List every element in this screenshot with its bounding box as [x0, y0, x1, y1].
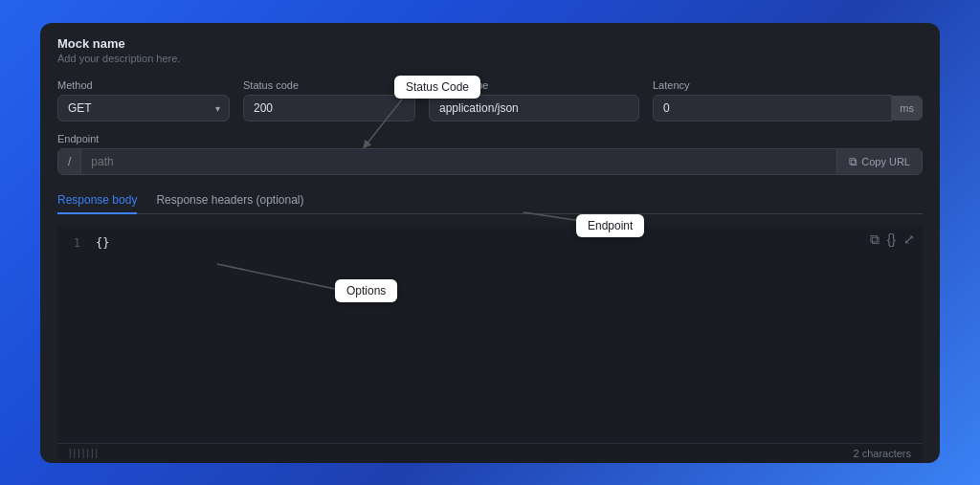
fields-row-1: Method GET POST PUT DELETE PATCH Status …	[57, 79, 923, 121]
window-description: Add your description here.	[57, 53, 923, 64]
endpoint-input[interactable]	[81, 149, 836, 174]
tabs-row: Response body Response headers (optional…	[57, 187, 923, 214]
content-type-input[interactable]	[429, 95, 639, 121]
method-select-wrapper: GET POST PUT DELETE PATCH	[57, 95, 230, 121]
method-field-group: Method GET POST PUT DELETE PATCH	[57, 79, 230, 121]
endpoint-prefix: /	[58, 149, 81, 174]
status-code-label: Status code	[243, 79, 415, 91]
latency-label: Latency	[653, 79, 923, 91]
character-count: 2 characters	[853, 448, 911, 459]
endpoint-callout: Endpoint	[576, 214, 644, 237]
line-numbers: 1	[57, 233, 88, 435]
resize-handle[interactable]: |||||||	[69, 448, 100, 458]
latency-field-group: Latency ms	[653, 79, 923, 121]
status-code-field-group: Status code	[243, 79, 415, 121]
latency-unit: ms	[892, 96, 923, 121]
expand-icon[interactable]: ⤢	[903, 231, 915, 247]
window-header: Mock name Add your description here.	[40, 23, 940, 70]
latency-input[interactable]	[653, 95, 892, 121]
method-select[interactable]: GET POST PUT DELETE PATCH	[57, 95, 230, 121]
method-label: Method	[57, 79, 230, 91]
format-icon[interactable]: {}	[887, 231, 896, 247]
tab-response-headers[interactable]: Response headers (optional)	[156, 187, 303, 214]
main-window: Status Code Endpoint Options Mock name A…	[40, 23, 940, 463]
editor-toolbar: ⧉ {} ⤢	[870, 231, 915, 248]
endpoint-input-wrapper: / ⧉ Copy URL	[57, 148, 923, 175]
editor-footer: ||||||| 2 characters	[57, 443, 923, 463]
copy-icon: ⧉	[849, 155, 858, 168]
endpoint-row: Endpoint / ⧉ Copy URL	[57, 133, 923, 175]
editor-area: ⧉ {} ⤢ 1 {} ||||||| 2 characters	[57, 226, 923, 463]
code-content[interactable]: {}	[88, 233, 923, 435]
copy-url-button[interactable]: ⧉ Copy URL	[836, 149, 922, 174]
editor-content: 1 {}	[57, 226, 923, 443]
copy-editor-icon[interactable]: ⧉	[870, 231, 880, 248]
status-code-input[interactable]	[243, 95, 415, 121]
window-title: Mock name	[57, 36, 923, 51]
status-code-callout: Status Code	[394, 76, 480, 99]
tab-response-body[interactable]: Response body	[57, 187, 137, 214]
latency-wrapper: ms	[653, 95, 923, 121]
window-body: Method GET POST PUT DELETE PATCH Status …	[40, 70, 940, 463]
endpoint-label: Endpoint	[57, 133, 923, 144]
options-callout: Options	[335, 279, 397, 302]
